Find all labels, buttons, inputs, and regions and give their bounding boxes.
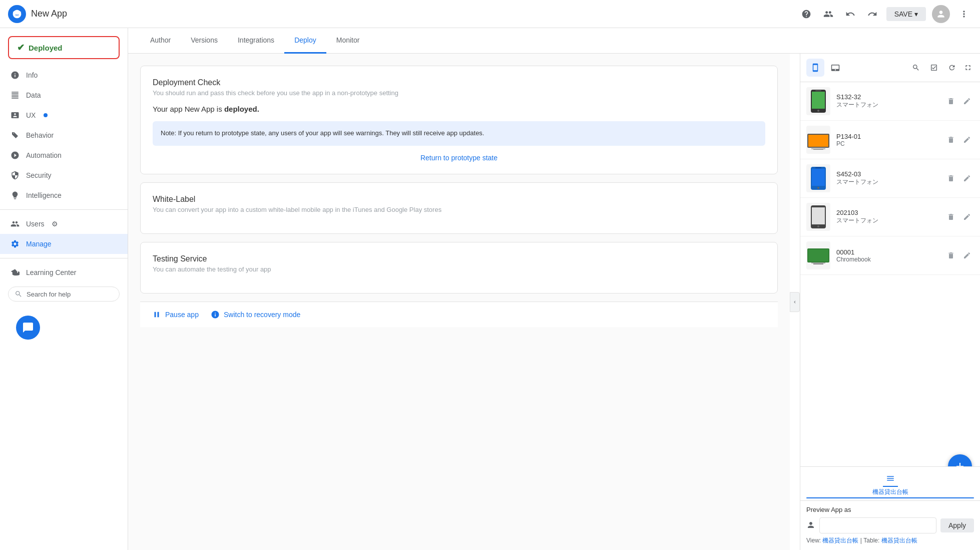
panel-check-button[interactable]	[926, 60, 942, 76]
device-actions	[944, 133, 974, 147]
preview-row: Apply	[806, 517, 974, 533]
device-info: 202103 スマートフォン	[836, 209, 938, 225]
sidebar: ✔ Deployed Info Data UX B	[0, 28, 128, 550]
panel-tab-item[interactable]	[883, 471, 898, 487]
preview-user-input[interactable]	[819, 517, 936, 533]
sidebar-item-behavior[interactable]: Behavior	[0, 125, 128, 145]
device-edit-button[interactable]	[960, 133, 974, 147]
panel-refresh-button[interactable]	[944, 60, 960, 76]
panel-collapse-toggle[interactable]	[790, 292, 800, 312]
device-item[interactable]: S132-32 スマートフォン	[800, 82, 980, 121]
undo-button[interactable]	[842, 6, 858, 22]
panel-expand-button[interactable]	[962, 62, 974, 74]
info-note-text: Note: If you return to prototype state, …	[161, 129, 484, 137]
sidebar-item-data[interactable]: Data	[0, 85, 128, 105]
sidebar-item-ux[interactable]: UX	[0, 105, 128, 125]
deployed-badge[interactable]: ✔ Deployed	[8, 36, 120, 59]
deployment-check-card: Deployment Check You should run and pass…	[140, 66, 778, 174]
device-type: PC	[836, 140, 938, 147]
sidebar-item-manage-label: Manage	[26, 240, 52, 248]
sidebar-item-learning-center[interactable]: Learning Center	[0, 262, 128, 283]
device-delete-button[interactable]	[944, 133, 958, 147]
device-info: S452-03 スマートフォン	[836, 170, 938, 186]
user-avatar[interactable]	[932, 5, 950, 23]
device-name: S452-03	[836, 170, 938, 178]
svg-point-11	[817, 187, 819, 189]
automation-icon	[10, 150, 20, 160]
search-help-label: Search for help	[27, 291, 71, 298]
view-link[interactable]: 機器貸出台帳	[822, 537, 858, 544]
sidebar-item-intelligence-label: Intelligence	[26, 191, 62, 199]
device-thumbnail	[806, 203, 830, 231]
svg-point-15	[817, 225, 819, 227]
return-prototype-link[interactable]: Return to prototype state	[153, 154, 765, 162]
device-info: P134-01 PC	[836, 133, 938, 147]
sidebar-item-data-label: Data	[26, 91, 41, 99]
device-item[interactable]: 202103 スマートフォン	[800, 198, 980, 236]
device-delete-button[interactable]	[944, 171, 958, 185]
tab-deploy[interactable]: Deploy	[284, 28, 326, 54]
sidebar-item-manage[interactable]: Manage	[0, 234, 128, 254]
pause-app-button[interactable]: Pause app	[152, 310, 199, 319]
chat-fab-button[interactable]	[16, 316, 40, 340]
svg-rect-12	[815, 167, 821, 168]
main-content: Deployment Check You should run and pass…	[128, 54, 980, 550]
tab-monitor[interactable]: Monitor	[326, 28, 370, 54]
sidebar-item-automation-label: Automation	[26, 151, 62, 159]
users-settings-icon: ⚙	[52, 220, 58, 228]
svg-rect-17	[808, 249, 828, 261]
device-item[interactable]: P134-01 PC	[800, 121, 980, 159]
tab-versions[interactable]: Versions	[181, 28, 228, 54]
device-delete-button[interactable]	[944, 248, 958, 262]
search-help-input[interactable]: Search for help	[8, 287, 120, 302]
svg-rect-6	[808, 135, 828, 147]
manage-icon	[10, 239, 20, 249]
panel-right-actions	[908, 60, 974, 76]
panel-tab-label-row: 機器貸出台帳	[806, 487, 974, 496]
intelligence-icon	[10, 190, 20, 200]
action-bar: Pause app Switch to recovery mode	[140, 302, 778, 327]
sidebar-item-security[interactable]: Security	[0, 165, 128, 185]
table-link[interactable]: 機器貸出台帳	[881, 537, 917, 544]
sidebar-item-info[interactable]: Info	[0, 65, 128, 85]
help-button[interactable]	[798, 6, 814, 22]
device-name: 00001	[836, 248, 938, 256]
panel-bottom-tabs: 機器貸出台帳	[800, 466, 980, 500]
panel-search-button[interactable]	[908, 60, 924, 76]
svg-rect-8	[811, 148, 825, 149]
device-actions	[944, 210, 974, 224]
redo-button[interactable]	[864, 6, 880, 22]
svg-rect-10	[812, 169, 825, 186]
save-button[interactable]: SAVE ▾	[886, 7, 926, 21]
panel-tablet-view-button[interactable]	[826, 59, 844, 77]
device-type: スマートフォン	[836, 216, 938, 225]
device-info: S132-32 スマートフォン	[836, 93, 938, 109]
device-edit-button[interactable]	[960, 248, 974, 262]
collaborators-button[interactable]	[820, 6, 836, 22]
device-info: 00001 Chromebook	[836, 248, 938, 263]
sidebar-item-intelligence[interactable]: Intelligence	[0, 185, 128, 205]
tab-author[interactable]: Author	[140, 28, 181, 54]
device-edit-button[interactable]	[960, 94, 974, 108]
device-item[interactable]: S452-03 スマートフォン	[800, 159, 980, 198]
switch-recovery-mode-button[interactable]: Switch to recovery mode	[211, 310, 300, 319]
preview-apply-button[interactable]: Apply	[940, 518, 974, 532]
sidebar-item-info-label: Info	[26, 71, 38, 79]
testing-service-title: Testing Service	[153, 254, 765, 263]
panel-tab-indicator	[806, 497, 974, 498]
device-delete-button[interactable]	[944, 210, 958, 224]
device-edit-button[interactable]	[960, 210, 974, 224]
sidebar-item-automation[interactable]: Automation	[0, 145, 128, 165]
device-item[interactable]: 00001 Chromebook	[800, 236, 980, 275]
panel-mobile-view-button[interactable]	[806, 59, 824, 77]
app-logo	[8, 5, 26, 23]
tab-integrations[interactable]: Integrations	[228, 28, 284, 54]
device-delete-button[interactable]	[944, 94, 958, 108]
more-options-button[interactable]	[956, 6, 972, 22]
sidebar-item-users[interactable]: Users ⚙	[0, 214, 128, 234]
device-edit-button[interactable]	[960, 171, 974, 185]
behavior-icon	[10, 130, 20, 140]
device-thumbnail	[806, 87, 830, 115]
app-title: New App	[31, 9, 67, 19]
deployed-message: Your app New App is deployed.	[153, 105, 765, 113]
